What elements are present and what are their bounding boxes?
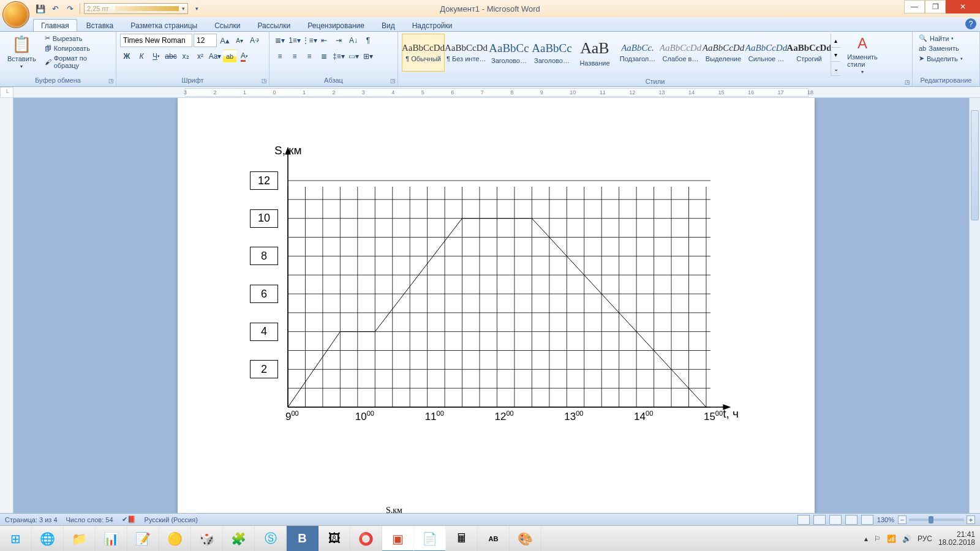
tray-lang[interactable]: РУС — [918, 534, 932, 543]
style-card[interactable]: AaBbCcЗаголово… — [488, 34, 530, 72]
paste-button[interactable]: 📋 Вставить ▾ — [4, 34, 40, 70]
zoom-out-button[interactable]: − — [898, 515, 907, 524]
change-styles-button[interactable]: AИзменитьстили▾ — [840, 34, 884, 76]
skype-icon[interactable]: Ⓢ — [255, 526, 287, 552]
powerpoint-taskbar-icon[interactable]: 📊 — [96, 526, 127, 552]
tray-up-icon[interactable]: ▴ — [864, 534, 868, 543]
zoom-level[interactable]: 130% — [877, 516, 894, 523]
status-lang[interactable]: Русский (Россия) — [145, 516, 198, 523]
close-button[interactable]: ✕ — [946, 0, 980, 13]
style-card[interactable]: AaBbCc.Подзагол… — [616, 34, 659, 72]
office-button[interactable] — [2, 1, 29, 28]
word-running-icon[interactable]: 📄 — [414, 526, 446, 552]
qat-line-weight[interactable]: ▾ — [84, 3, 188, 14]
chevron-down-icon[interactable]: ▾ — [179, 6, 187, 12]
style-card[interactable]: AaBbCcЗаголово… — [530, 34, 573, 72]
copy-button[interactable]: 🗐Копировать — [42, 44, 112, 53]
dialog-launcher-icon[interactable]: ◳ — [905, 79, 910, 85]
tab-надстройки[interactable]: Надстройки — [404, 19, 461, 31]
style-card[interactable]: AaBbCcDdСильное … — [745, 34, 788, 72]
view-web-layout[interactable] — [829, 515, 842, 525]
view-outline[interactable] — [845, 515, 858, 525]
vertical-scrollbar[interactable] — [969, 98, 980, 513]
tab-рецензирование[interactable]: Рецензирование — [300, 19, 372, 31]
borders-button[interactable]: ⊞▾ — [361, 50, 375, 63]
tray-flag-icon[interactable]: ⚐ — [874, 534, 881, 543]
app-icon-1[interactable]: 🧩 — [223, 526, 255, 552]
vk-icon[interactable]: B — [287, 526, 318, 552]
zoom-in-button[interactable]: + — [967, 515, 975, 524]
ie-icon[interactable]: 🌐 — [32, 526, 64, 552]
tab-вид[interactable]: Вид — [374, 19, 403, 31]
decrease-indent-button[interactable]: ⇤ — [317, 34, 331, 47]
start-button[interactable]: ⊞ — [0, 526, 32, 552]
select-button[interactable]: ➤Выделить▾ — [916, 54, 965, 63]
vertical-ruler[interactable] — [0, 98, 13, 513]
italic-button[interactable]: К — [135, 50, 148, 63]
font-color-button[interactable]: A▾ — [238, 50, 251, 63]
subscript-button[interactable]: x₂ — [179, 50, 192, 63]
clear-formatting-icon[interactable]: Aృ — [247, 34, 261, 47]
tab-вставка[interactable]: Вставка — [78, 19, 122, 31]
gallery-scroll[interactable]: ⌄ — [831, 62, 840, 76]
abnet-icon[interactable]: АВ — [478, 526, 510, 552]
font-size-select[interactable] — [194, 34, 217, 47]
find-button[interactable]: 🔍Найти▾ — [916, 34, 965, 43]
style-card[interactable]: AaBbCcDdСтрогий — [788, 34, 831, 72]
horizontal-ruler[interactable]: 3210123456789101112131415161718 — [13, 87, 980, 98]
powerpoint-running-icon[interactable]: ▣ — [382, 526, 414, 552]
gallery-scroll[interactable]: ▴ — [831, 34, 840, 48]
style-card[interactable]: AaBbCcDdСлабое в… — [659, 34, 702, 72]
line-spacing-button[interactable]: ‡≡▾ — [332, 50, 345, 63]
status-words[interactable]: Число слов: 54 — [66, 516, 113, 523]
paint-icon[interactable]: 🎨 — [510, 526, 541, 552]
bold-button[interactable]: Ж — [120, 50, 134, 63]
proofing-icon[interactable]: ✔📕 — [122, 515, 136, 523]
tab-ссылки[interactable]: Ссылки — [206, 19, 248, 31]
bullets-button[interactable]: ≣▾ — [273, 34, 287, 47]
tray-clock[interactable]: 21:41 18.02.2018 — [938, 531, 975, 547]
scrollbar-thumb[interactable] — [971, 110, 979, 220]
numbering-button[interactable]: 1≡▾ — [288, 34, 301, 47]
superscript-button[interactable]: x² — [194, 50, 207, 63]
style-card[interactable]: АаВНазвание — [573, 34, 616, 72]
shrink-font-icon[interactable]: A▾ — [233, 34, 246, 47]
tray-network-icon[interactable]: 📶 — [887, 534, 896, 543]
font-family-select[interactable] — [120, 34, 192, 47]
increase-indent-button[interactable]: ⇥ — [332, 34, 345, 47]
qat-save-icon[interactable]: 💾 — [34, 2, 47, 15]
explorer-icon[interactable]: 📁 — [64, 526, 96, 552]
align-center-button[interactable]: ≡ — [288, 50, 301, 63]
notepadpp-icon[interactable]: 📝 — [127, 526, 159, 552]
format-painter-button[interactable]: 🖌Формат по образцу — [42, 54, 112, 70]
tab-рассылки[interactable]: Рассылки — [249, 19, 298, 31]
qat-redo-icon[interactable]: ↷ — [64, 2, 76, 15]
tab-главная[interactable]: Главная — [33, 19, 77, 31]
view-full-screen[interactable] — [813, 515, 826, 525]
view-print-layout[interactable] — [797, 515, 810, 525]
rubik-icon[interactable]: 🎲 — [191, 526, 223, 552]
shading-button[interactable]: ▭▾ — [347, 50, 360, 63]
qat-undo-icon[interactable]: ↶ — [49, 2, 61, 15]
app-icon-2[interactable]: 🖼 — [318, 526, 350, 552]
status-page[interactable]: Страница: 3 из 4 — [5, 516, 58, 523]
zoom-slider[interactable]: − + — [898, 515, 975, 524]
ruler-corner[interactable]: └ — [0, 87, 13, 98]
strike-button[interactable]: abc — [164, 50, 178, 63]
app-icon-3[interactable]: ⭕ — [350, 526, 382, 552]
change-case-button[interactable]: Aa▾ — [208, 50, 222, 63]
underline-button[interactable]: Ч▾ — [149, 50, 163, 63]
minimize-button[interactable]: — — [904, 0, 925, 13]
sort-button[interactable]: A↓ — [347, 34, 360, 47]
restore-button[interactable]: ❐ — [925, 0, 946, 13]
grow-font-icon[interactable]: A▴ — [218, 34, 232, 47]
chrome-icon[interactable]: 🟡 — [159, 526, 191, 552]
dialog-launcher-icon[interactable]: ◳ — [390, 78, 396, 84]
multilevel-button[interactable]: ⋮≡▾ — [303, 34, 316, 47]
qat-customize-icon[interactable]: ▾ — [190, 2, 203, 15]
page[interactable]: S, км t, ч 24681012 90010001100120013001… — [178, 98, 815, 513]
tab-разметка страницы[interactable]: Разметка страницы — [123, 19, 205, 31]
dialog-launcher-icon[interactable]: ◳ — [262, 78, 267, 84]
highlight-button[interactable]: ab — [223, 50, 236, 63]
tray-volume-icon[interactable]: 🔊 — [902, 534, 911, 543]
